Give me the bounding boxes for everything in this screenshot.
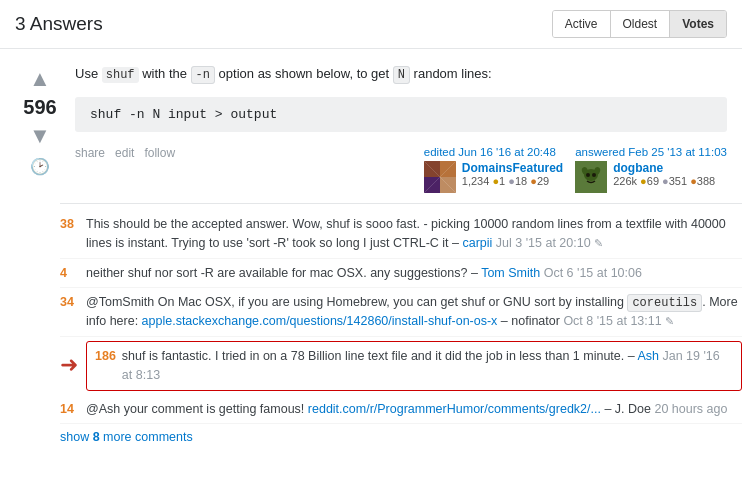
sort-tabs: Active Oldest Votes — [552, 10, 727, 38]
code-block: shuf -n N input > output — [75, 97, 727, 132]
comment-2-edit-icon[interactable]: ✎ — [665, 315, 674, 327]
comment-0-date: Jul 3 '15 at 20:10 — [496, 236, 591, 250]
comment-0-link[interactable]: carpii — [462, 236, 492, 250]
comment-1-score: 4 — [60, 264, 80, 283]
answer-container: ▲ 596 ▼ 🕑 Use shuf with the -n option as… — [0, 49, 742, 203]
domains-avatar — [424, 161, 456, 193]
svg-point-12 — [592, 173, 596, 177]
comment-0-score: 38 — [60, 215, 80, 234]
comment-4: 14 @Ash your comment is getting famous! … — [60, 395, 742, 425]
answers-header: 3 Answers Active Oldest Votes — [0, 0, 742, 49]
answered-meta-link[interactable]: answered Feb 25 '13 at 11:03 — [575, 146, 727, 158]
dogbane-avatar — [575, 161, 607, 193]
comment-1-date: Oct 6 '15 at 10:06 — [544, 266, 642, 280]
comment-2-score: 34 — [60, 293, 80, 312]
comment-1-link[interactable]: Tom Smith — [481, 266, 540, 280]
comment-3: 186 shuf is fantastic. I tried in on a 7… — [86, 341, 742, 391]
edited-rep: 1,234 ●1 ●18 ●29 — [462, 175, 563, 187]
answered-meta: answered Feb 25 '13 at 11:03 — [575, 146, 727, 158]
comment-1: 4 neither shuf nor sort -R are available… — [60, 259, 742, 289]
comment-0-edit-icon[interactable]: ✎ — [594, 237, 603, 249]
edited-by-info: DomainsFeatured 1,234 ●1 ●18 ●29 — [462, 161, 563, 187]
vote-up-button[interactable]: ▲ — [25, 64, 55, 94]
answered-username[interactable]: dogbane — [613, 161, 715, 175]
comment-4-body: @Ash your comment is getting famous! red… — [86, 400, 742, 419]
share-link[interactable]: share — [75, 146, 105, 160]
N-code: N — [393, 66, 410, 84]
n-option-code: -n — [191, 66, 215, 84]
follow-link[interactable]: follow — [144, 146, 175, 160]
shuf-code: shuf — [102, 67, 139, 83]
answered-by-card: answered Feb 25 '13 at 11:03 — [575, 146, 727, 193]
answered-by-body: dogbane 226k ●69 ●351 ●388 — [575, 161, 727, 193]
edited-meta: edited Jun 16 '16 at 20:48 — [424, 146, 563, 158]
edited-meta-link[interactable]: edited Jun 16 '16 at 20:48 — [424, 146, 556, 158]
comment-2-body: @TomSmith On Mac OSX, if you are using H… — [86, 293, 742, 331]
edited-by-card: edited Jun 16 '16 at 20:48 — [424, 146, 563, 193]
action-links: share edit follow — [75, 146, 175, 160]
comment-3-link[interactable]: Ash — [637, 349, 659, 363]
tab-votes[interactable]: Votes — [670, 11, 726, 37]
tab-oldest[interactable]: Oldest — [611, 11, 671, 37]
svg-point-11 — [586, 173, 590, 177]
bookmark-icon[interactable]: 🕑 — [30, 157, 50, 176]
edited-username[interactable]: DomainsFeatured — [462, 161, 563, 175]
comment-3-wrapper: ➜ 186 shuf is fantastic. I tried in on a… — [60, 341, 742, 391]
user-cards: edited Jun 16 '16 at 20:48 — [424, 146, 727, 193]
comment-1-body: neither shuf nor sort -R are available f… — [86, 264, 742, 283]
comment-4-score: 14 — [60, 400, 80, 419]
comment-2: 34 @TomSmith On Mac OSX, if you are usin… — [60, 288, 742, 337]
show-more-comments[interactable]: show 8 more comments — [60, 424, 742, 450]
answer-content: Use shuf with the -n option as shown bel… — [75, 64, 727, 193]
comment-4-link[interactable]: reddit.com/r/ProgrammerHumor/comments/gr… — [308, 402, 601, 416]
comment-2-date: Oct 8 '15 at 13:11 — [563, 314, 661, 328]
comment-3-body: shuf is fantastic. I tried in on a 78 Bi… — [122, 347, 733, 385]
vote-section: ▲ 596 ▼ 🕑 — [15, 64, 65, 193]
vote-count: 596 — [23, 96, 56, 119]
comment-2-link[interactable]: apple.stackexchange.com/questions/142860… — [142, 314, 498, 328]
edit-link[interactable]: edit — [115, 146, 134, 160]
arrow-icon: ➜ — [60, 352, 78, 378]
answer-text: Use shuf with the -n option as shown bel… — [75, 64, 727, 85]
edited-by-body: DomainsFeatured 1,234 ●1 ●18 ●29 — [424, 161, 563, 193]
answered-rep: 226k ●69 ●351 ●388 — [613, 175, 715, 187]
comment-3-date: Jan 19 '16 at 8:13 — [122, 349, 720, 382]
coreutils-code: coreutils — [627, 294, 702, 312]
comments-count: 8 — [93, 430, 100, 444]
comment-4-date: 20 hours ago — [654, 402, 727, 416]
comment-0-body: This should be the accepted answer. Wow,… — [86, 215, 742, 253]
action-bar: share edit follow edited Jun 16 '16 at 2… — [75, 146, 727, 193]
comments-section: 38 This should be the accepted answer. W… — [60, 203, 742, 424]
comment-0: 38 This should be the accepted answer. W… — [60, 210, 742, 259]
answers-title: 3 Answers — [15, 13, 103, 35]
vote-down-button[interactable]: ▼ — [25, 121, 55, 151]
tab-active[interactable]: Active — [553, 11, 611, 37]
comment-3-score: 186 — [95, 347, 116, 366]
answered-by-info: dogbane 226k ●69 ●351 ●388 — [613, 161, 715, 187]
